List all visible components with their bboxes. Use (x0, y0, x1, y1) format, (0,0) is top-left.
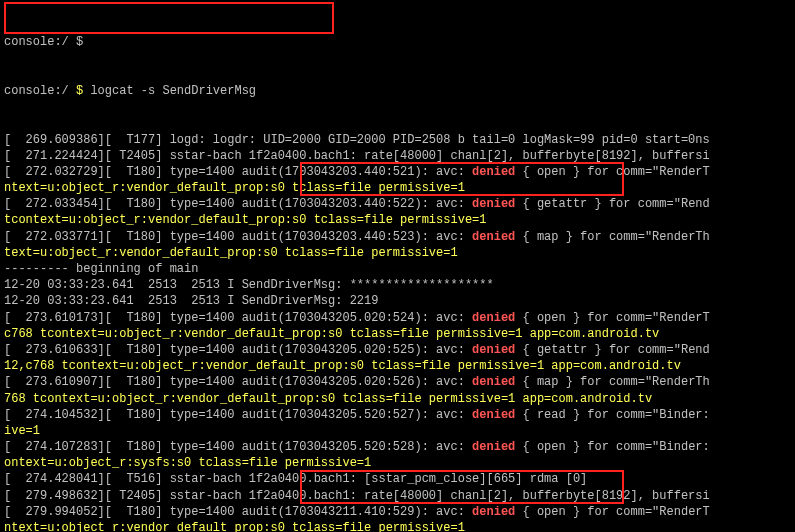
log-line: [ 269.609386][ T177] logd: logdr: UID=20… (4, 132, 791, 148)
log-line: [ 279.498632][ T2405] sstar-bach 1f2a040… (4, 488, 791, 504)
log-line: tcontext=u:object_r:vendor_default_prop:… (4, 212, 791, 228)
log-line: [ 273.610907][ T180] type=1400 audit(170… (4, 374, 791, 390)
log-line: ntext=u:object_r:vendor_default_prop:s0 … (4, 520, 791, 532)
log-line: 12-20 03:33:23.641 2513 2513 I SendDrive… (4, 293, 791, 309)
log-line: [ 271.224424][ T2405] sstar-bach 1f2a040… (4, 148, 791, 164)
log-line: [ 274.428041][ T516] sstar-bach 1f2a0400… (4, 471, 791, 487)
log-line: ntext=u:object_r:vendor_default_prop:s0 … (4, 180, 791, 196)
prompt: console:/ $ (4, 35, 83, 49)
terminal-output[interactable]: console:/ $ console:/ $ logcat -s SendDr… (0, 0, 795, 532)
log-line: text=u:object_r:vendor_default_prop:s0 t… (4, 245, 791, 261)
prompt-dollar: $ (76, 84, 90, 98)
prompt-line: console:/ $ (4, 34, 791, 50)
log-line: c768 tcontext=u:object_r:vendor_default_… (4, 326, 791, 342)
command-text: logcat -s SendDriverMsg (90, 84, 256, 98)
log-output: [ 269.609386][ T177] logd: logdr: UID=20… (4, 132, 791, 533)
log-line: [ 272.033771][ T180] type=1400 audit(170… (4, 229, 791, 245)
log-line: ontext=u:object_r:sysfs:s0 tclass=file p… (4, 455, 791, 471)
log-line: [ 272.032729][ T180] type=1400 audit(170… (4, 164, 791, 180)
log-line: [ 272.033454][ T180] type=1400 audit(170… (4, 196, 791, 212)
command-line: console:/ $ logcat -s SendDriverMsg (4, 83, 791, 99)
prompt-prefix: console:/ (4, 84, 76, 98)
log-line: --------- beginning of main (4, 261, 791, 277)
terminal-window: console:/ $ console:/ $ logcat -s SendDr… (0, 0, 795, 532)
log-line: [ 274.104532][ T180] type=1400 audit(170… (4, 407, 791, 423)
log-line: [ 273.610173][ T180] type=1400 audit(170… (4, 310, 791, 326)
log-line: 12-20 03:33:23.641 2513 2513 I SendDrive… (4, 277, 791, 293)
log-line: [ 273.610633][ T180] type=1400 audit(170… (4, 342, 791, 358)
log-line: [ 279.994052][ T180] type=1400 audit(170… (4, 504, 791, 520)
log-line: [ 274.107283][ T180] type=1400 audit(170… (4, 439, 791, 455)
log-line: 768 tcontext=u:object_r:vendor_default_p… (4, 391, 791, 407)
log-line: 12,c768 tcontext=u:object_r:vendor_defau… (4, 358, 791, 374)
log-line: ive=1 (4, 423, 791, 439)
